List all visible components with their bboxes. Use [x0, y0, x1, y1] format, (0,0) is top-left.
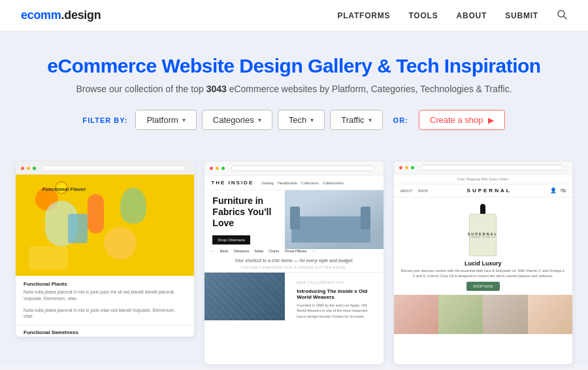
card2-tagline-sub: CUSTOM FURNITURE FOR A COOKIE-CUTTER PRI…: [204, 265, 383, 272]
cat-beds: Beds: [220, 249, 229, 253]
card2-logo: THE INSIDE: [211, 180, 253, 186]
dropper-bottle: SUPERNAL COSMIC GLOW OIL: [465, 204, 501, 256]
card2-collab-image: [204, 273, 285, 320]
card3-section-desc: Renew your skincare routine with the ess…: [394, 268, 572, 282]
gallery-card-2[interactable]: THE INSIDE Seating Headboards Collection…: [204, 161, 383, 364]
card2-nav-link-3: Collections: [301, 181, 319, 185]
card1-browser-bar: [16, 161, 194, 175]
categories-filter-btn[interactable]: Categories ▾: [202, 110, 272, 130]
card2-browser-bar: [204, 161, 383, 176]
cat-chairs: Chairs: [269, 249, 279, 253]
card2-collab-text-area: NEW COLLABORATION Introducing The Inside…: [285, 273, 383, 320]
card3-nav-shop: SHOP: [418, 189, 429, 193]
sofa-shape: [291, 216, 370, 243]
arrow-right-icon: ▶: [488, 116, 494, 125]
nav-platforms[interactable]: PLATFORMS: [337, 11, 390, 20]
tech-filter-label: Tech: [289, 115, 306, 125]
bottle-body: SUPERNAL COSMIC GLOW OIL: [469, 214, 497, 256]
traffic-filter-btn[interactable]: Traffic ▾: [330, 110, 382, 130]
hero-section: eCommerce Website Design Gallery & Tech …: [0, 31, 588, 148]
product-green-plant: [120, 188, 146, 224]
card2-collab-title: Introducing The Inside x Old World Weave…: [290, 288, 378, 303]
categories-filter-label: Categories: [213, 115, 254, 125]
logo-ecomm: ecomm: [21, 8, 61, 22]
or-label: OR:: [393, 116, 408, 124]
platform-filter-btn[interactable]: Platform ▾: [135, 110, 196, 130]
browser-dot-green: [411, 166, 414, 169]
card3-nav-links: ABOUT SHOP: [400, 189, 429, 193]
card2-hero-title: Furniture in Fabrics You'll Love: [212, 195, 277, 228]
card2-collab-area: NEW COLLABORATION Introducing The Inside…: [204, 272, 383, 320]
nav-submit[interactable]: SUBMIT: [505, 11, 538, 20]
card1-footer: Functional Sweetness: [16, 325, 194, 335]
sofa-arm-left: [290, 207, 300, 229]
hero-title: eCommerce Website Design Gallery & Tech …: [13, 55, 575, 77]
create-shop-button[interactable]: Create a shop ▶: [419, 110, 506, 130]
chevron-down-icon: ▾: [368, 116, 372, 124]
url-bar: [421, 165, 563, 171]
filter-row: FILTER BY: Platform ▾ Categories ▾ Tech …: [13, 110, 575, 130]
card2-nav-link-2: Headboards: [278, 181, 297, 185]
cat-pillows: Throw Pillows: [284, 249, 306, 253]
sofa-arm-right: [361, 207, 370, 229]
card2-collab-label: NEW COLLABORATION: [290, 277, 378, 288]
user-icon: 👤: [550, 188, 557, 193]
hero-subtitle: Browse our collection of the top 3043 eC…: [13, 84, 575, 94]
product-label-box: [29, 246, 68, 269]
hero-count: 3043: [206, 84, 227, 94]
tech-filter-btn[interactable]: Tech ▾: [278, 110, 325, 130]
brand-logo[interactable]: ecomm.design: [21, 8, 101, 22]
nav-links: PLATFORMS TOOLS ABOUT SUBMIT: [337, 9, 567, 22]
traffic-filter-label: Traffic: [341, 115, 364, 125]
card3-shop-btn[interactable]: SHOP NOW: [466, 282, 499, 291]
filter-by-label: FILTER BY:: [83, 116, 128, 124]
nav-about[interactable]: ABOUT: [457, 11, 487, 20]
platform-filter-label: Platform: [146, 115, 178, 125]
chevron-down-icon: ▾: [182, 116, 186, 124]
card1-tag-text: Functional Flavor: [25, 186, 103, 192]
chevron-down-icon: ▾: [310, 116, 314, 124]
card2-sofa-bg: [285, 190, 383, 249]
nav-tools[interactable]: TOOLS: [408, 11, 438, 20]
gallery-card-3[interactable]: Free Shipping With Every Order ABOUT SHO…: [394, 161, 572, 364]
browser-dot-yellow: [27, 167, 30, 170]
card1-section2-title: Functional Sweetness: [24, 329, 186, 335]
card1-section1-text: Nulla nulla platea placerat In nisi in j…: [24, 289, 186, 302]
gallery-section: Functional Flavor Functional Plants Null…: [0, 148, 588, 364]
card3-nav-about: ABOUT: [400, 189, 413, 193]
card3-cta-area: SHOP NOW: [394, 282, 572, 291]
card3-nav: ABOUT SHOP SUPERNAL 👤 🛍: [394, 184, 572, 197]
browser-dot-red: [21, 167, 24, 170]
collab-pattern: [204, 273, 285, 320]
strip-item-2: [438, 295, 483, 334]
filter-buttons: Platform ▾ Categories ▾ Tech ▾ Traffic ▾: [135, 110, 382, 130]
logo-design: design: [64, 8, 101, 22]
navbar: ecomm.design PLATFORMS TOOLS ABOUT SUBMI…: [0, 0, 588, 31]
hero-subtitle-suffix: eCommerce websites by Platform, Categori…: [227, 84, 512, 94]
card2-nav-link-1: Seating: [261, 181, 274, 185]
card3-bottom-strip: [394, 295, 572, 334]
card1-section2-text: Nulla nulla platea placerat In nisi in j…: [24, 307, 186, 320]
browser-dot-green: [221, 167, 225, 170]
browser-dot-red: [210, 167, 213, 170]
card2-hero-image: [285, 190, 383, 249]
url-bar: [42, 165, 185, 171]
card3-section-title: Lucid Luxury: [394, 260, 572, 268]
chevron-down-icon: ▾: [258, 116, 261, 124]
card2-hero-area: Furniture in Fabrics You'll Love Shop Ot…: [204, 190, 383, 249]
product-blue-bottle: [68, 214, 88, 243]
gallery-card-1[interactable]: Functional Flavor Functional Plants Null…: [16, 161, 194, 337]
search-icon[interactable]: [557, 9, 567, 22]
svg-line-1: [564, 16, 566, 19]
collab-img-bg: [204, 273, 285, 320]
card1-section1-title: Functional Plants: [24, 281, 186, 287]
product-orange-bottle: [88, 194, 104, 233]
browser-dot-green: [33, 167, 36, 170]
strip-item-3: [483, 295, 527, 334]
browser-dot-red: [399, 166, 402, 169]
card3-browser-bar: [394, 161, 572, 175]
card2-hero-text: Furniture in Fabrics You'll Love Shop Ot…: [204, 190, 285, 249]
card2-shop-btn[interactable]: Shop Ottomans: [212, 235, 250, 244]
card2-tagline: Your shortcut to a chic home — for every…: [204, 256, 383, 265]
card1-product-area: Functional Flavor: [16, 175, 194, 276]
